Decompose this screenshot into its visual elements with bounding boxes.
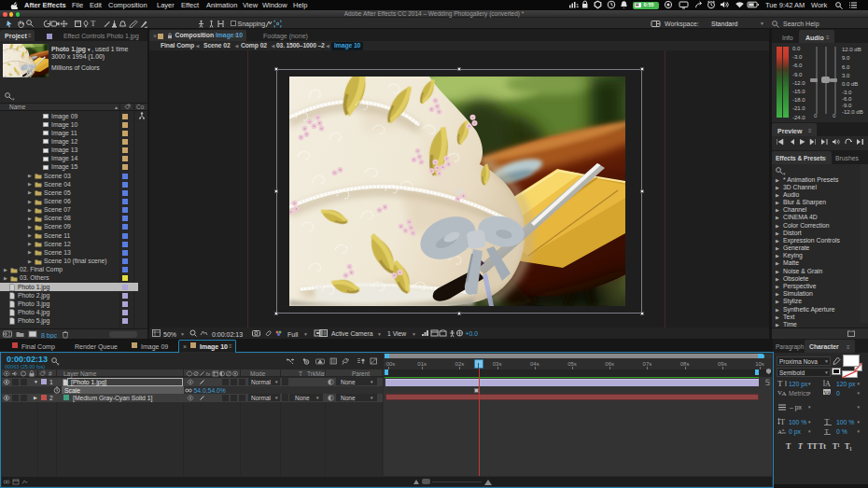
svg-text:a: a bbox=[782, 427, 785, 432]
svg-text:VA: VA bbox=[824, 390, 833, 396]
svg-text:A: A bbox=[825, 380, 831, 387]
svg-text:A: A bbox=[782, 390, 787, 397]
svg-text:T: T bbox=[777, 379, 783, 387]
svg-text:fx: fx bbox=[206, 371, 212, 377]
svg-text:T: T bbox=[825, 418, 830, 425]
svg-text:T: T bbox=[780, 418, 785, 425]
